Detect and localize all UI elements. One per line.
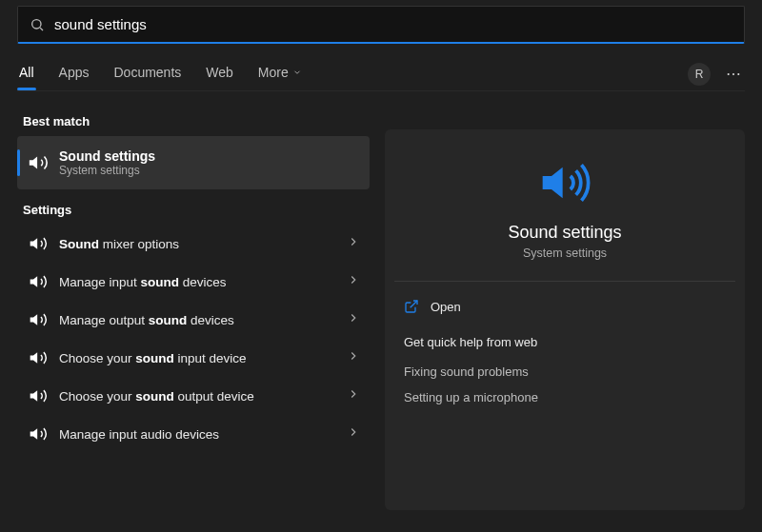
result-label: Sound mixer options bbox=[59, 237, 347, 251]
speaker-icon bbox=[17, 424, 59, 443]
help-header: Get quick help from web bbox=[404, 335, 732, 349]
svg-marker-2 bbox=[30, 157, 37, 169]
result-label: Manage input sound devices bbox=[59, 275, 347, 289]
svg-marker-4 bbox=[30, 276, 38, 287]
divider bbox=[394, 281, 735, 282]
search-bar[interactable] bbox=[17, 6, 745, 44]
tab-web[interactable]: Web bbox=[204, 59, 235, 89]
results-column: Best match Sound settings System setting… bbox=[17, 101, 370, 510]
chevron-right-icon bbox=[347, 273, 360, 290]
result-label: Choose your sound output device bbox=[59, 389, 347, 404]
preview-pane: Sound settings System settings Open Get … bbox=[385, 129, 745, 510]
preview-subtitle: System settings bbox=[398, 246, 732, 260]
chevron-right-icon bbox=[347, 349, 360, 366]
speaker-large-icon bbox=[538, 156, 592, 209]
svg-marker-5 bbox=[30, 314, 38, 325]
settings-result[interactable]: Manage input audio devices bbox=[17, 415, 370, 453]
result-label: Manage output sound devices bbox=[59, 313, 347, 327]
best-match-result[interactable]: Sound settings System settings bbox=[17, 136, 370, 189]
open-label: Open bbox=[431, 300, 461, 314]
chevron-right-icon bbox=[347, 387, 360, 404]
settings-result[interactable]: Sound mixer options bbox=[17, 225, 370, 263]
preview-title: Sound settings bbox=[398, 223, 732, 243]
svg-marker-6 bbox=[30, 352, 38, 364]
speaker-icon bbox=[17, 386, 59, 405]
best-match-header: Best match bbox=[23, 114, 370, 128]
chevron-down-icon bbox=[292, 68, 302, 77]
tab-all[interactable]: All bbox=[17, 59, 36, 89]
search-input[interactable] bbox=[45, 7, 732, 42]
result-label: Manage input audio devices bbox=[59, 427, 347, 442]
settings-result[interactable]: Choose your sound input device bbox=[17, 339, 370, 377]
speaker-icon bbox=[17, 310, 59, 329]
tab-apps[interactable]: Apps bbox=[57, 59, 91, 89]
chevron-right-icon bbox=[347, 235, 360, 252]
tab-documents[interactable]: Documents bbox=[111, 59, 183, 89]
tab-more[interactable]: More bbox=[256, 59, 304, 89]
best-match-title: Sound settings bbox=[59, 148, 155, 164]
speaker-icon bbox=[28, 152, 49, 173]
svg-marker-3 bbox=[30, 238, 38, 249]
overflow-menu[interactable]: ⋯ bbox=[722, 61, 745, 87]
speaker-icon bbox=[17, 272, 59, 291]
settings-header: Settings bbox=[23, 203, 370, 217]
chevron-right-icon bbox=[347, 425, 360, 443]
svg-line-10 bbox=[411, 301, 417, 307]
best-match-subtitle: System settings bbox=[59, 164, 155, 177]
chevron-right-icon bbox=[347, 311, 360, 328]
help-link[interactable]: Setting up a microphone bbox=[398, 384, 732, 410]
speaker-icon bbox=[17, 234, 59, 253]
settings-result[interactable]: Manage output sound devices bbox=[17, 301, 370, 339]
settings-result[interactable]: Choose your sound output device bbox=[17, 377, 370, 415]
svg-marker-7 bbox=[30, 390, 38, 402]
filter-tabs: All Apps Documents Web More R ⋯ bbox=[17, 57, 745, 91]
result-label: Choose your sound input device bbox=[59, 351, 347, 365]
speaker-icon bbox=[17, 348, 59, 367]
open-icon bbox=[404, 299, 419, 314]
svg-point-0 bbox=[32, 19, 41, 28]
help-link[interactable]: Fixing sound problems bbox=[398, 359, 732, 384]
open-action[interactable]: Open bbox=[398, 295, 732, 318]
settings-result[interactable]: Manage input sound devices bbox=[17, 263, 370, 301]
svg-line-1 bbox=[40, 28, 43, 30]
search-icon bbox=[30, 17, 45, 32]
svg-marker-9 bbox=[543, 167, 563, 199]
user-avatar[interactable]: R bbox=[688, 63, 711, 86]
svg-marker-8 bbox=[30, 428, 38, 440]
